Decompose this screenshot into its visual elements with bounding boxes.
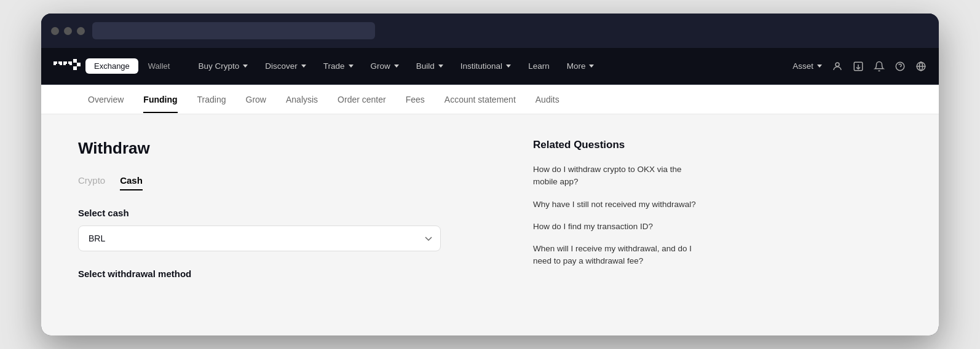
tab-row: Crypto Cash	[78, 175, 496, 190]
subnav-analysis[interactable]: Analysis	[276, 86, 328, 113]
nav-toggle: Exchange Wallet	[85, 58, 178, 74]
chevron-down-icon	[817, 65, 822, 68]
svg-point-9	[836, 63, 839, 66]
navbar: Exchange Wallet Buy Crypto Discover Trad…	[41, 48, 939, 85]
traffic-light-maximize[interactable]	[77, 27, 85, 35]
page-title: Withdraw	[78, 139, 496, 158]
subnav-order-center[interactable]: Order center	[328, 86, 396, 113]
nav-right: Asset	[792, 61, 927, 72]
subnav-fees[interactable]: Fees	[396, 86, 435, 113]
related-question-2[interactable]: Why have I still not received my withdra…	[533, 198, 705, 211]
select-cash-dropdown[interactable]: BRL USD EUR GBP	[78, 225, 441, 251]
download-icon[interactable]	[853, 61, 864, 72]
select-cash-wrapper: BRL USD EUR GBP	[78, 225, 441, 251]
chevron-down-icon	[349, 65, 354, 68]
globe-icon[interactable]	[915, 61, 927, 72]
main-content: Withdraw Crypto Cash Select cash BRL USD…	[41, 114, 939, 335]
browser-window: Exchange Wallet Buy Crypto Discover Trad…	[41, 14, 939, 335]
svg-rect-5	[66, 64, 69, 68]
address-bar[interactable]	[92, 22, 375, 39]
nav-links: Buy Crypto Discover Trade Grow Build Ins…	[191, 57, 792, 76]
select-cash-label: Select cash	[78, 208, 496, 218]
related-questions-title: Related Questions	[533, 139, 705, 151]
traffic-light-close[interactable]	[51, 27, 59, 35]
subnav-account-statement[interactable]: Account statement	[435, 86, 526, 113]
chevron-down-icon	[589, 65, 594, 68]
traffic-light-minimize[interactable]	[64, 27, 72, 35]
svg-rect-6	[73, 59, 77, 63]
subnav-funding[interactable]: Funding	[133, 86, 187, 113]
chevron-down-icon	[438, 65, 443, 68]
nav-trade[interactable]: Trade	[316, 57, 361, 76]
nav-build[interactable]: Build	[409, 57, 451, 76]
withdrawal-method-section: Select withdrawal method	[78, 269, 496, 279]
withdrawal-method-label: Select withdrawal method	[78, 269, 496, 279]
subnav-grow[interactable]: Grow	[236, 86, 276, 113]
nav-institutional[interactable]: Institutional	[453, 57, 518, 76]
svg-rect-8	[73, 66, 77, 70]
related-question-4[interactable]: When will I receive my withdrawal, and d…	[533, 243, 705, 268]
related-question-1[interactable]: How do I withdraw crypto to OKX via the …	[533, 163, 705, 189]
tab-crypto[interactable]: Crypto	[78, 175, 105, 190]
browser-chrome	[41, 14, 939, 48]
sub-nav: Overview Funding Trading Grow Analysis O…	[41, 85, 939, 114]
chevron-down-icon	[301, 65, 306, 68]
nav-more[interactable]: More	[559, 57, 602, 76]
exchange-toggle[interactable]: Exchange	[85, 58, 138, 74]
right-panel: Related Questions How do I withdraw cryp…	[533, 139, 705, 311]
nav-grow[interactable]: Grow	[363, 57, 406, 76]
help-icon[interactable]	[895, 61, 906, 72]
svg-rect-7	[77, 63, 81, 66]
nav-discover[interactable]: Discover	[258, 57, 314, 76]
bell-icon[interactable]	[874, 61, 885, 72]
chevron-down-icon	[243, 65, 248, 68]
svg-rect-2	[56, 64, 60, 68]
nav-learn[interactable]: Learn	[521, 57, 557, 76]
wallet-toggle[interactable]: Wallet	[140, 58, 179, 74]
subnav-audits[interactable]: Audits	[526, 86, 569, 113]
user-icon[interactable]	[832, 61, 843, 72]
chevron-down-icon	[506, 65, 511, 68]
subnav-trading[interactable]: Trading	[188, 86, 236, 113]
subnav-overview[interactable]: Overview	[78, 86, 133, 113]
chevron-down-icon	[394, 65, 399, 68]
left-panel: Withdraw Crypto Cash Select cash BRL USD…	[78, 139, 496, 311]
tab-cash[interactable]: Cash	[120, 175, 143, 190]
asset-link[interactable]: Asset	[792, 61, 822, 71]
traffic-lights	[51, 27, 85, 35]
okx-logo[interactable]	[53, 59, 81, 74]
related-question-3[interactable]: How do I find my transaction ID?	[533, 221, 705, 233]
nav-buy-crypto[interactable]: Buy Crypto	[191, 57, 255, 76]
